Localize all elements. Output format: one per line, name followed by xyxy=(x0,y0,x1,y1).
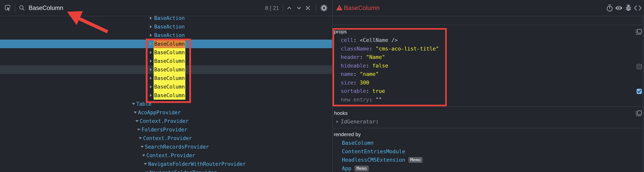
prop-row[interactable]: size: 300 xyxy=(341,78,642,87)
prop-key[interactable]: size xyxy=(341,80,354,86)
chevron-right-icon[interactable] xyxy=(336,120,338,123)
chevron-right-icon[interactable] xyxy=(150,34,152,37)
tree-row[interactable]: Context.Provider xyxy=(0,134,332,142)
component-name[interactable]: BaseColumn xyxy=(154,74,185,82)
tree-row[interactable]: Table xyxy=(0,100,332,108)
tree-row[interactable]: SearchRecordsProvider xyxy=(0,142,332,151)
component-name[interactable]: Context.Provider xyxy=(143,134,192,142)
component-name[interactable]: BaseColumn xyxy=(154,57,185,65)
prop-key[interactable]: header xyxy=(341,54,360,60)
prop-row[interactable]: new entry: "" xyxy=(341,95,642,104)
chevron-down-icon[interactable] xyxy=(137,129,140,131)
prop-value[interactable]: <CellName /> xyxy=(360,37,398,43)
prop-value[interactable]: 300 xyxy=(360,80,369,86)
component-name[interactable]: Table xyxy=(136,100,152,108)
tree-row[interactable]: Context.Provider xyxy=(0,117,332,126)
tree-row[interactable]: Context.Provider xyxy=(0,151,332,160)
chevron-right-icon[interactable] xyxy=(150,77,152,80)
debug-button[interactable] xyxy=(624,0,633,16)
prop-key[interactable]: new entry xyxy=(341,96,369,102)
component-name[interactable]: FoldersProvider xyxy=(142,126,187,134)
chevron-right-icon[interactable] xyxy=(150,42,152,46)
prop-row[interactable]: header: "Name" xyxy=(341,53,642,62)
component-name[interactable]: Context.Provider xyxy=(140,117,188,126)
copy-props-button[interactable] xyxy=(636,29,642,36)
chevron-down-icon[interactable] xyxy=(140,146,144,148)
chevron-right-icon[interactable] xyxy=(150,94,152,97)
rendered-by-link[interactable]: App xyxy=(342,165,352,172)
hideable-checkbox[interactable] xyxy=(636,64,642,69)
inspect-dom-button[interactable] xyxy=(614,0,623,16)
prop-value[interactable]: "cms-aco-list-title" xyxy=(376,46,439,52)
prop-row[interactable]: className: "cms-aco-list-title" xyxy=(341,44,642,53)
copy-hooks-button[interactable] xyxy=(636,110,642,118)
prop-row[interactable]: hideable: false xyxy=(341,62,642,70)
prop-row[interactable]: name: "name" xyxy=(341,70,642,78)
tree-row[interactable]: BaseColumn xyxy=(0,57,332,65)
component-name[interactable]: BaseColumn xyxy=(154,48,185,57)
component-name[interactable]: SearchRecordsProvider xyxy=(145,142,209,151)
chevron-right-icon[interactable] xyxy=(150,85,152,88)
prop-key[interactable]: hideable xyxy=(341,62,366,69)
tree-row[interactable]: FoldersProvider xyxy=(0,126,332,134)
prop-value[interactable]: false xyxy=(372,62,388,69)
tree-row[interactable]: NavigateFolderWithRouterProvider xyxy=(0,160,332,168)
inspect-element-button[interactable] xyxy=(3,0,13,16)
tree-row[interactable]: NavigateFolderProvider xyxy=(0,168,332,172)
view-source-button[interactable] xyxy=(633,0,642,16)
chevron-down-icon[interactable] xyxy=(132,103,135,105)
prop-value[interactable]: true xyxy=(372,88,385,94)
prop-key[interactable]: cell xyxy=(341,37,354,43)
component-name[interactable]: BaseAction xyxy=(154,16,185,22)
tree-row[interactable]: BaseAction xyxy=(0,31,332,40)
prop-key[interactable]: sortable xyxy=(341,88,366,94)
chevron-down-icon[interactable] xyxy=(139,137,142,139)
chevron-down-icon[interactable] xyxy=(142,154,145,156)
chevron-right-icon[interactable] xyxy=(150,25,152,28)
tree-row[interactable]: BaseColumn xyxy=(0,91,332,100)
component-name[interactable]: BaseColumn xyxy=(154,91,185,100)
settings-button[interactable] xyxy=(319,0,329,16)
search-input[interactable]: BaseColumn xyxy=(29,0,63,16)
component-name[interactable]: BaseColumn xyxy=(154,82,185,91)
chevron-down-icon[interactable] xyxy=(144,163,147,165)
component-name[interactable]: BaseAction xyxy=(154,31,185,40)
component-name[interactable]: NavigateFolderWithRouterProvider xyxy=(148,160,246,168)
hook-name[interactable]: IdGenerator xyxy=(341,118,376,124)
clear-search-button[interactable] xyxy=(303,0,312,16)
next-result-button[interactable] xyxy=(295,0,303,16)
prop-key[interactable]: className xyxy=(341,46,369,52)
tree-row[interactable]: AcoAppProvider xyxy=(0,108,332,117)
component-name[interactable]: NavigateFolderProvider xyxy=(150,168,217,172)
component-name[interactable]: BaseAction xyxy=(154,22,185,31)
chevron-right-icon[interactable] xyxy=(150,60,152,62)
prop-row[interactable]: sortable: true xyxy=(341,87,642,95)
prop-key[interactable]: name xyxy=(341,71,354,77)
component-name[interactable]: Context.Provider xyxy=(146,151,195,160)
tree-row[interactable]: BaseColumn xyxy=(0,74,332,82)
scrollbar[interactable] xyxy=(643,16,644,172)
chevron-down-icon[interactable] xyxy=(134,112,137,114)
suspense-timer-button[interactable] xyxy=(606,0,614,16)
prop-row[interactable]: cell: <CellName /> xyxy=(341,36,642,44)
rendered-by-link[interactable]: HeadlessCMSExtension xyxy=(342,157,405,163)
tree-row[interactable]: BaseColumn xyxy=(0,65,332,74)
tree-row[interactable]: BaseAction xyxy=(0,22,332,31)
rendered-by-link[interactable]: BaseColumn xyxy=(342,140,374,146)
chevron-down-icon[interactable] xyxy=(136,120,138,122)
sortable-checkbox[interactable] xyxy=(636,89,642,94)
chevron-right-icon[interactable] xyxy=(150,68,152,71)
tree-row[interactable]: BaseColumn xyxy=(0,82,332,91)
component-name[interactable]: AcoAppProvider xyxy=(138,108,181,117)
prop-value[interactable]: "" xyxy=(376,96,382,102)
prop-value[interactable]: "name" xyxy=(360,71,379,77)
component-name[interactable]: BaseColumn xyxy=(154,65,185,74)
previous-result-button[interactable] xyxy=(285,0,294,16)
tree-row[interactable]: BaseColumn xyxy=(0,48,332,57)
tree-row[interactable]: BaseAction xyxy=(0,16,332,22)
rendered-by-link[interactable]: ContentEntriesModule xyxy=(342,148,405,154)
component-name[interactable]: BaseColumn xyxy=(154,40,185,48)
chevron-right-icon[interactable] xyxy=(150,16,152,20)
tree-row[interactable]: BaseColumn xyxy=(0,40,332,48)
chevron-right-icon[interactable] xyxy=(150,51,152,54)
